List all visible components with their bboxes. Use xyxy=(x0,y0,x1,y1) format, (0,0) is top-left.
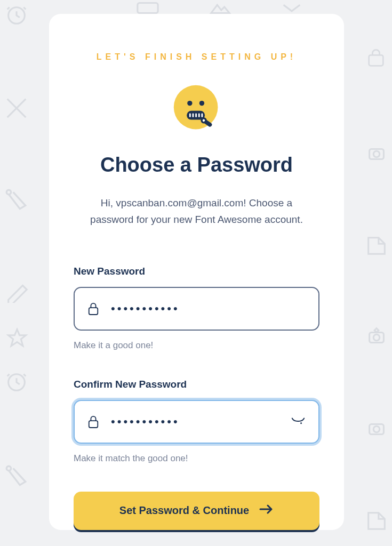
new-password-field: New Password Make it a good one! xyxy=(74,266,319,351)
new-password-hint: Make it a good one! xyxy=(74,340,319,351)
lock-icon xyxy=(87,302,99,316)
svg-rect-11 xyxy=(138,3,158,13)
svg-rect-20 xyxy=(201,113,203,117)
svg-rect-5 xyxy=(370,149,384,159)
eyebrow-text: LET'S FINISH SETTING UP! xyxy=(74,52,319,62)
confirm-password-field: Confirm New Password Make it match the g… xyxy=(74,379,319,464)
shush-emoji-illustration xyxy=(74,83,319,133)
svg-rect-7 xyxy=(370,332,384,342)
svg-point-3 xyxy=(6,466,11,470)
page-subtitle: Hi, vpscanban.com@gmail.com! Choose a pa… xyxy=(78,195,315,228)
password-setup-card: LET'S FINISH SETTING UP! Choose a Passwo… xyxy=(49,14,344,530)
set-password-button-label: Set Password & Continue xyxy=(119,504,249,517)
svg-point-13 xyxy=(187,101,192,106)
eye-icon[interactable] xyxy=(291,416,306,427)
svg-rect-9 xyxy=(370,424,384,434)
svg-point-6 xyxy=(373,151,380,157)
svg-point-2 xyxy=(9,374,25,391)
confirm-password-label: Confirm New Password xyxy=(74,379,319,390)
svg-point-8 xyxy=(373,334,380,341)
arrow-right-icon xyxy=(259,504,274,517)
new-password-input-wrap[interactable] xyxy=(74,287,319,331)
svg-point-0 xyxy=(9,7,25,24)
page-title: Choose a Password xyxy=(74,154,319,176)
svg-rect-4 xyxy=(369,55,383,66)
svg-point-10 xyxy=(373,426,380,432)
svg-rect-17 xyxy=(192,113,194,117)
svg-rect-19 xyxy=(198,113,199,117)
svg-rect-18 xyxy=(195,113,197,117)
lock-icon xyxy=(87,415,99,429)
confirm-password-input-wrap[interactable] xyxy=(74,400,319,444)
svg-rect-24 xyxy=(89,308,98,315)
confirm-password-input[interactable] xyxy=(111,415,291,429)
confirm-password-hint: Make it match the good one! xyxy=(74,453,319,464)
new-password-input[interactable] xyxy=(111,302,306,316)
new-password-label: New Password xyxy=(74,266,319,277)
svg-point-12 xyxy=(173,85,218,130)
svg-point-1 xyxy=(6,190,11,194)
set-password-button[interactable]: Set Password & Continue xyxy=(74,492,319,530)
svg-point-26 xyxy=(300,422,302,424)
svg-rect-25 xyxy=(89,421,98,428)
svg-rect-16 xyxy=(189,113,190,117)
svg-point-14 xyxy=(199,101,204,106)
